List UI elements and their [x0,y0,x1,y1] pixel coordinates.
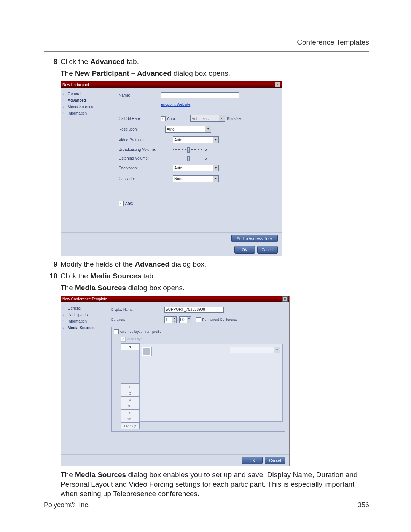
text-bold: Advanced [90,58,125,66]
sidebar-item-label: General [68,91,81,96]
agc-checkbox[interactable] [119,201,124,206]
duration-minutes-stepper[interactable]: 00 ▴▾ [179,316,191,323]
text: The [61,69,75,77]
chevron-down-icon: ▾ [213,137,218,143]
duration-hours-stepper[interactable]: 1 ▴▾ [164,316,177,323]
chevron-right-icon: › [63,98,68,103]
call-bit-rate-select[interactable]: Automatic ▾ [190,115,225,122]
ok-button[interactable]: OK [234,246,255,254]
chevron-right-icon: › [63,111,68,116]
cancel-button[interactable]: Cancel [257,246,278,254]
listening-volume-slider[interactable] [173,157,203,160]
sidebar-item-label: Media Sources [68,325,95,330]
header-rule [44,51,369,52]
sidebar-item-advanced[interactable]: › Advanced [63,97,113,104]
footer-company: Polycom®, Inc. [44,501,90,509]
broadcasting-volume-slider[interactable] [173,148,203,152]
text-bold: Advanced [135,260,169,268]
layout-panel: Override layout from profile Auto Layout… [111,327,285,432]
label-video-protocol: Video Protocol: [119,137,165,142]
step-8-sub: The New Participant – Advanced dialog bo… [44,69,367,78]
stepper-arrows[interactable]: ▴▾ [172,317,176,323]
add-to-address-book-button[interactable]: Add to Address Book [231,235,278,242]
sidebar-item-general[interactable]: › General [63,305,105,312]
override-layout-checkbox[interactable] [114,329,119,334]
layout-tab-2[interactable]: 2 [121,383,140,390]
footer-page-number: 356 [358,501,369,509]
sidebar-item-media-sources[interactable]: › Media Sources [63,104,113,110]
dialog-new-participant: New Participant × › General › Advanced ›… [61,81,282,256]
label-auto: Auto [167,116,175,121]
label-duration: Duration: [111,318,164,322]
layout-tabstrip: 1 2 3 4 5+ 9 10+ Overlay [121,344,140,429]
chevron-down-icon: ▾ [219,115,225,121]
dialog-new-conference-template: New Conference Template × › General › Pa… [61,296,290,466]
label-display-name: Display Name: [111,308,164,312]
close-icon[interactable]: × [282,296,288,302]
sidebar-item-label: Advanced [68,98,86,103]
layout-tab-4[interactable]: 4 [121,396,140,403]
slider-thumb[interactable] [187,147,190,153]
layout-dropdown-disabled: ▾ [230,347,280,353]
ok-button[interactable]: OK [242,457,263,464]
layout-tab-5plus[interactable]: 5+ [121,403,140,410]
dialog-titlebar[interactable]: New Conference Template × [61,296,289,302]
layout-tab-10plus[interactable]: 10+ [121,416,140,423]
label-override-layout: Override layout from profile [120,330,162,334]
label-listening-volume: Listening Volume: [119,156,165,161]
page-header: Conference Templates [44,38,369,46]
endpoint-website-link[interactable]: Endpoint Website [161,102,190,107]
video-protocol-select[interactable]: Auto ▾ [173,136,219,143]
text: dialog box opens. [172,69,230,77]
sidebar-item-participants[interactable]: › Participants [63,312,105,318]
cancel-button[interactable]: Cancel [265,457,285,464]
text: Click the [61,272,90,280]
slider-thumb[interactable] [187,156,190,161]
auto-layout-checkbox [121,337,126,342]
dialog-form: Display Name: SUPPORT_753638908 Duration… [107,302,289,454]
layout-tab-1[interactable]: 1 [121,343,140,350]
text-bold: Media Sources [75,284,126,292]
sidebar-item-information[interactable]: › Information [63,318,105,324]
name-input[interactable] [161,92,239,98]
dialog-titlebar[interactable]: New Participant × [61,81,282,88]
layout-tab-9[interactable]: 9 [121,409,140,416]
dialog-sidebar: › General › Participants › Information ›… [61,302,107,454]
stepper-arrows[interactable]: ▴▾ [187,317,191,323]
sidebar-item-media-sources[interactable]: › Media Sources [63,324,105,331]
layout-thumbnail-inner [143,348,150,355]
chevron-right-icon: › [63,325,68,330]
stepper-value: 1 [165,317,172,323]
resolution-select[interactable]: Auto ▾ [165,126,211,133]
label-resolution: Resolution: [119,127,165,132]
layout-thumbnail[interactable] [142,347,152,356]
chevron-right-icon: › [63,319,68,324]
select-value: Auto [174,166,182,171]
step-10: 10 Click the Media Sources tab. [44,272,367,281]
stepper-value: 00 [180,317,187,323]
encryption-select[interactable]: Auto ▾ [173,165,219,171]
chevron-right-icon: › [63,312,68,317]
media-sources-paragraph: The Media Sources dialog box enables you… [44,470,367,498]
select-value: Auto [174,137,182,142]
sidebar-item-information[interactable]: › Information [63,110,113,117]
label-name: Name: [119,93,161,98]
close-icon[interactable]: × [275,82,280,87]
permanent-conference-checkbox[interactable] [196,317,201,322]
auto-checkbox[interactable] [161,116,166,121]
display-name-input[interactable]: SUPPORT_753638908 [164,307,224,313]
text: tab. [141,272,155,280]
text-bold: Media Sources [90,272,141,280]
label-call-bit-rate: Call Bit Rate: [119,116,161,121]
layout-tab-3[interactable]: 3 [121,390,140,397]
cascade-select[interactable]: None ▾ [173,175,219,182]
dialog-form: Name: Endpoint Website Call Bit Rate: Au… [115,88,282,232]
layout-tab-overlay[interactable]: Overlay [121,422,140,429]
label-kbits: Kbits/sec [227,116,243,121]
text-bold: Media Sources [75,471,126,479]
step-10-sub: The Media Sources dialog box opens. [44,283,367,293]
text: The [61,471,75,479]
select-value: Automatic [192,116,209,121]
select-value: None [174,176,183,181]
sidebar-item-general[interactable]: › General [63,91,113,97]
